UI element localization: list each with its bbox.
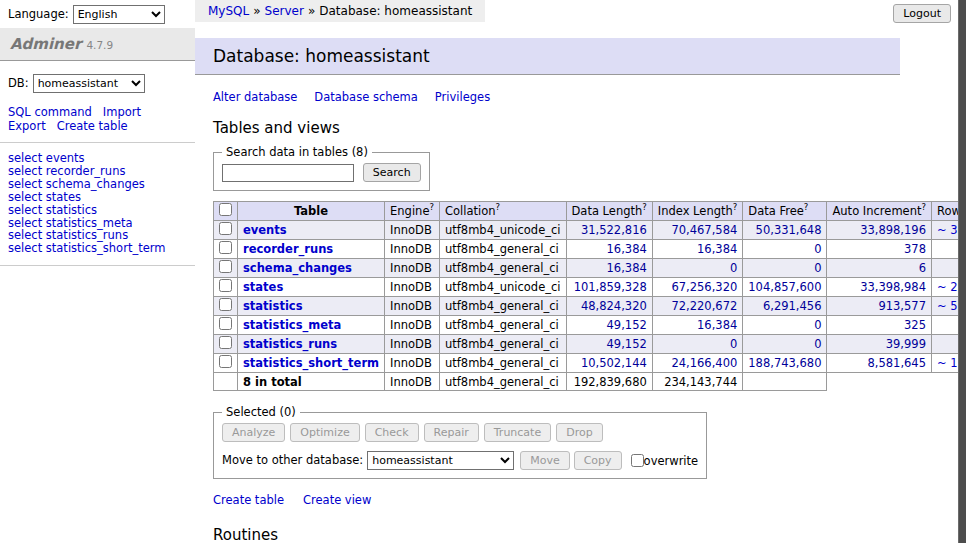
select-all-checkbox[interactable] xyxy=(219,203,232,216)
selected-legend: Selected (0) xyxy=(222,405,300,419)
collation-cell: utf8mb4_unicode_ci xyxy=(439,278,566,297)
index-length-cell: 16,384 xyxy=(652,240,743,259)
create-link-create-table[interactable]: Create table xyxy=(213,493,284,507)
table-name-link[interactable]: statistics xyxy=(243,299,303,313)
auto-increment-cell: 39,999 xyxy=(827,335,932,354)
sidebar-link-export[interactable]: Export xyxy=(8,119,46,133)
create-links: Create tableCreate view xyxy=(213,493,882,507)
doc-link[interactable]: ? xyxy=(429,202,434,212)
sidebar-command-links: SQL commandImportExportCreate table xyxy=(0,95,195,143)
data-length-cell: 49,152 xyxy=(566,316,652,335)
vertical-scrollbar[interactable] xyxy=(958,0,966,543)
data-length-cell: 10,502,144 xyxy=(566,354,652,373)
index-length-cell: 67,256,320 xyxy=(652,278,743,297)
table-name-link[interactable]: statistics_short_term xyxy=(243,356,379,370)
table-name-link[interactable]: schema_changes xyxy=(243,261,352,275)
auto-increment-cell: 6 xyxy=(827,259,932,278)
breadcrumb-link-server[interactable]: Server xyxy=(265,4,304,18)
table-name-link[interactable]: states xyxy=(243,280,283,294)
doc-link[interactable]: ? xyxy=(733,202,738,212)
data-free-cell: 0 xyxy=(743,240,827,259)
move-row: Move to other database:homeassistantMove… xyxy=(222,451,698,470)
row-checkbox[interactable] xyxy=(219,317,232,330)
data-free-cell: 0 xyxy=(743,259,827,278)
row-checkbox[interactable] xyxy=(219,260,232,273)
table-row: schema_changesInnoDButf8mb4_general_ci16… xyxy=(214,259,966,278)
search-legend: Search data in tables (8) xyxy=(222,145,372,159)
data-free-cell: 104,857,600 xyxy=(743,278,827,297)
table-name-link[interactable]: statistics_runs xyxy=(243,337,337,351)
move-db-select[interactable]: homeassistant xyxy=(367,451,514,470)
column-header-auto-increment: Auto Increment? xyxy=(827,202,932,221)
tables-overview: TableEngine?Collation?Data Length?Index … xyxy=(213,201,966,391)
repair-button[interactable]: Repair xyxy=(424,423,479,442)
index-length-cell: 16,384 xyxy=(652,316,743,335)
move-button[interactable]: Move xyxy=(520,451,570,470)
column-header-index-length: Index Length? xyxy=(652,202,743,221)
optimize-button[interactable]: Optimize xyxy=(290,423,359,442)
row-checkbox[interactable] xyxy=(219,355,232,368)
row-checkbox[interactable] xyxy=(219,336,232,349)
collation-cell: utf8mb4_unicode_ci xyxy=(439,221,566,240)
data-free-cell: 0 xyxy=(743,316,827,335)
column-header-engine: Engine? xyxy=(385,202,440,221)
copy-button[interactable]: Copy xyxy=(574,451,622,470)
truncate-button[interactable]: Truncate xyxy=(484,423,551,442)
sidebar-table-link[interactable]: select schema_changes xyxy=(8,178,187,191)
sidebar-table-links: select eventsselect recorder_runsselect … xyxy=(0,143,195,266)
tables-header-row: TableEngine?Collation?Data Length?Index … xyxy=(214,202,966,221)
app-name: Adminer xyxy=(10,35,81,53)
row-checkbox[interactable] xyxy=(219,241,232,254)
doc-link[interactable]: ? xyxy=(921,202,926,212)
doc-link[interactable]: ? xyxy=(496,202,501,212)
engine-cell: InnoDB xyxy=(385,221,440,240)
analyze-button[interactable]: Analyze xyxy=(222,423,285,442)
row-checkbox[interactable] xyxy=(219,222,232,235)
table-name-link[interactable]: recorder_runs xyxy=(243,242,333,256)
create-link-create-view[interactable]: Create view xyxy=(303,493,371,507)
table-name-cell: states xyxy=(238,278,385,297)
table-name-cell: statistics_short_term xyxy=(238,354,385,373)
sidebar-table-link[interactable]: select events xyxy=(8,152,187,165)
search-input[interactable] xyxy=(222,164,354,182)
doc-link[interactable]: ? xyxy=(642,202,647,212)
language-select[interactable]: English xyxy=(73,5,165,24)
table-name-link[interactable]: events xyxy=(243,223,287,237)
footer-index-length-cell: 234,143,744 xyxy=(652,373,743,391)
overwrite-checkbox[interactable] xyxy=(631,454,644,467)
action-link-database-schema[interactable]: Database schema xyxy=(314,90,417,104)
search-button[interactable]: Search xyxy=(363,163,421,182)
sidebar-table-link[interactable]: select states xyxy=(8,191,187,204)
table-name-cell: schema_changes xyxy=(238,259,385,278)
sidebar-table-link[interactable]: select recorder_runs xyxy=(8,165,187,178)
row-checkbox[interactable] xyxy=(219,279,232,292)
action-link-privileges[interactable]: Privileges xyxy=(435,90,490,104)
doc-link[interactable]: ? xyxy=(804,202,809,212)
sidebar-table-link[interactable]: select statistics xyxy=(8,204,187,217)
logout-button[interactable]: Logout xyxy=(893,4,951,23)
move-label: Move to other database: xyxy=(222,453,363,467)
table-row: eventsInnoDButf8mb4_unicode_ci31,522,816… xyxy=(214,221,966,240)
table-name-link[interactable]: statistics_meta xyxy=(243,318,341,332)
action-link-alter-database[interactable]: Alter database xyxy=(213,90,297,104)
collation-cell: utf8mb4_general_ci xyxy=(439,240,566,259)
sidebar-link-create-table[interactable]: Create table xyxy=(57,119,128,133)
db-action-links: Alter databaseDatabase schemaPrivileges xyxy=(213,90,882,104)
sidebar-link-sql-command[interactable]: SQL command xyxy=(8,105,92,119)
check-button[interactable]: Check xyxy=(365,423,419,442)
sidebar-table-link[interactable]: select statistics_short_term xyxy=(8,242,187,255)
collation-cell: utf8mb4_general_ci xyxy=(439,259,566,278)
drop-button[interactable]: Drop xyxy=(556,423,602,442)
row-checkbox[interactable] xyxy=(219,298,232,311)
sidebar-link-import[interactable]: Import xyxy=(103,105,141,119)
data-length-cell: 16,384 xyxy=(566,240,652,259)
data-length-cell: 16,384 xyxy=(566,259,652,278)
collation-cell: utf8mb4_general_ci xyxy=(439,354,566,373)
column-header-table: Table xyxy=(238,202,385,221)
db-select[interactable]: homeassistant xyxy=(33,74,145,93)
data-free-cell: 0 xyxy=(743,335,827,354)
collation-cell: utf8mb4_general_ci xyxy=(439,335,566,354)
app-version: 4.7.9 xyxy=(86,39,113,51)
breadcrumb-link-mysql[interactable]: MySQL xyxy=(208,4,249,18)
language-label: Language: xyxy=(8,7,69,21)
